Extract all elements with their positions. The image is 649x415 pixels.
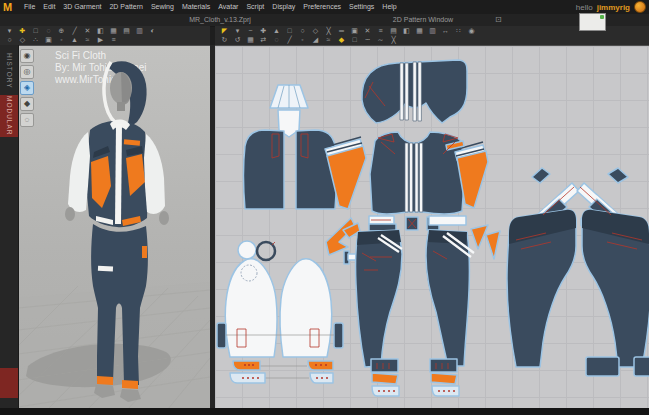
transform-gizmo-icon[interactable]: ⊕ (55, 26, 68, 35)
simulate-dropdown-icon[interactable]: ▾ (3, 26, 16, 35)
pattern-piece-waistband-right[interactable] (429, 216, 466, 225)
menu-materials[interactable]: Materials (178, 0, 214, 14)
menu-preferences[interactable]: Preferences (299, 0, 345, 14)
2d-pattern-viewport[interactable] (215, 45, 649, 409)
rotate-pattern-icon[interactable]: ◌ (270, 35, 283, 44)
menu-script[interactable]: Script (242, 0, 268, 14)
user-avatar-icon[interactable] (634, 1, 646, 13)
pattern-piece-pantcuff-navy-1[interactable] (371, 359, 398, 372)
menu-help[interactable]: Help (378, 0, 400, 14)
menu-settings[interactable]: Settings (345, 0, 378, 14)
float-window-icon[interactable]: ⊡ (495, 15, 502, 24)
pattern-piece-placket-left[interactable] (217, 323, 226, 348)
texture-view-icon[interactable]: ▥ (133, 26, 146, 35)
sleeve-left-3d[interactable] (68, 132, 90, 212)
username-text[interactable]: jimmyrig (597, 3, 630, 12)
show-mesh-icon[interactable]: ↔ (439, 26, 452, 35)
menu-3d-garment[interactable]: 3D Garment (59, 0, 105, 14)
transform-pattern-icon[interactable]: ◤ (218, 26, 231, 35)
show-grid-icon[interactable]: ▦ (107, 26, 120, 35)
show-arrangement-points-icon[interactable]: ◎ (20, 65, 34, 79)
pattern-piece-orange-tab-right[interactable] (486, 231, 500, 259)
pattern-piece-diamond-right[interactable] (608, 168, 628, 183)
pattern-piece-backcuff-1[interactable] (586, 357, 619, 376)
show-avatar-icon[interactable]: ◉ (20, 49, 34, 63)
menu-file[interactable]: File (20, 0, 39, 14)
reset-2d-icon[interactable]: ↺ (231, 35, 244, 44)
show-texture-icon[interactable]: ▥ (426, 26, 439, 35)
pattern-piece-back-bodice-left[interactable] (244, 130, 285, 209)
free-sewing-icon[interactable]: ▦ (413, 26, 426, 35)
fold-arrange-icon[interactable]: ◢ (309, 35, 322, 44)
pattern-piece-sleeve-right[interactable] (280, 259, 332, 357)
segment-sewing-icon[interactable]: ◧ (400, 26, 413, 35)
dashed-line-icon[interactable]: ┄ (361, 35, 374, 44)
pin-2d-icon[interactable]: ◦ (296, 35, 309, 44)
pattern-piece-circle[interactable] (238, 241, 256, 259)
pen-tool-icon[interactable]: ◆ (20, 97, 34, 111)
app-logo-icon[interactable]: M (0, 0, 20, 14)
avatar-size-icon[interactable]: ◇ (16, 35, 29, 44)
add-circle-icon[interactable]: ○ (296, 26, 309, 35)
modular-tab[interactable]: MODULAR (0, 95, 18, 137)
select-lasso-icon[interactable]: ◌ (42, 26, 55, 35)
menu-sewing[interactable]: Sewing (147, 0, 178, 14)
arrangement-points-icon[interactable]: ∴ (29, 35, 42, 44)
history-tab[interactable]: HISTORY (0, 48, 18, 94)
measure-2d-icon[interactable]: ◉ (465, 26, 478, 35)
add-rectangle-icon[interactable]: □ (283, 26, 296, 35)
baste-2d-icon[interactable]: ╱ (283, 35, 296, 44)
pattern-piece-cuff-orange-1[interactable] (233, 361, 260, 370)
record-tab[interactable] (0, 368, 18, 398)
bounding-volume-icon[interactable]: ▣ (42, 35, 55, 44)
trace-pattern-icon[interactable]: ▣ (348, 26, 361, 35)
add-polygon-icon[interactable]: ▲ (270, 26, 283, 35)
viewport-divider[interactable] (210, 45, 215, 408)
cut-and-sew-icon[interactable]: ✕ (361, 26, 374, 35)
add-notch-icon[interactable]: ╳ (322, 26, 335, 35)
show-grading-icon[interactable]: ∷ (452, 26, 465, 35)
3d-scene-canvas[interactable] (18, 46, 210, 409)
pin-tool-icon[interactable]: ◌ (20, 113, 34, 127)
layer-view-icon[interactable]: ▤ (120, 26, 133, 35)
add-pin-icon[interactable]: ✚ (16, 26, 29, 35)
pattern-piece-pantcuff-orange-1[interactable] (372, 373, 398, 384)
pose-load-icon[interactable]: ◦ (55, 35, 68, 44)
menu-edit[interactable]: Edit (39, 0, 59, 14)
play-simulation-icon[interactable]: ▶ (94, 35, 107, 44)
sewing-line-icon[interactable]: ╱ (68, 26, 81, 35)
fold-3d-icon[interactable]: ▲ (68, 35, 81, 44)
steam-2d-icon[interactable]: ≈ (322, 35, 335, 44)
render-style-icon[interactable]: ◐ (146, 26, 159, 35)
menu-avatar[interactable]: Avatar (214, 0, 242, 14)
rearrange-all-icon[interactable]: ▦ (244, 35, 257, 44)
avatar-display-icon[interactable]: ○ (3, 35, 16, 44)
select-box-icon[interactable]: □ (29, 26, 42, 35)
grading-tool-icon[interactable]: ◆ (335, 35, 348, 44)
pattern-piece-orange-arrow-right[interactable] (471, 225, 488, 249)
edit-curvature-icon[interactable]: ~ (244, 26, 257, 35)
pattern-canvas[interactable] (215, 46, 649, 409)
pattern-piece-diamond-left[interactable] (532, 168, 550, 183)
3d-garment-viewport[interactable]: Sci Fi Cloth By: Mir Tohid Rezaei www.Mi… (18, 45, 210, 409)
gizmo-settings-icon[interactable]: ≡ (107, 35, 120, 44)
pattern-piece-sleeve-left[interactable] (225, 259, 277, 357)
sleeve-right-3d[interactable] (144, 134, 165, 214)
add-dart-icon[interactable]: ◇ (309, 26, 322, 35)
seam-taping-icon[interactable]: ═ (335, 26, 348, 35)
pattern-piece-backcuff-2[interactable] (634, 357, 649, 376)
menu-2d-pattern[interactable]: 2D Pattern (105, 0, 146, 14)
pattern-piece-placket-right[interactable] (334, 323, 343, 348)
curve-tool-icon[interactable]: ∼ (374, 35, 387, 44)
sync-2d-icon[interactable]: ↻ (218, 35, 231, 44)
edit-sewing-icon[interactable]: ▤ (387, 26, 400, 35)
slash-tool-icon[interactable]: ╳ (387, 35, 400, 44)
seam-allowance-icon[interactable]: □ (348, 35, 361, 44)
scissors-icon[interactable]: ✕ (81, 26, 94, 35)
pattern-piece-pantcuff-navy-2[interactable] (430, 359, 457, 372)
edit-pattern-icon[interactable]: ▾ (231, 26, 244, 35)
flip-horizontal-icon[interactable]: ⇄ (257, 35, 270, 44)
pattern-piece-pantcuff-orange-2[interactable] (431, 373, 457, 384)
show-sewing-icon[interactable]: ≡ (374, 26, 387, 35)
colorway-preview[interactable] (579, 13, 606, 31)
